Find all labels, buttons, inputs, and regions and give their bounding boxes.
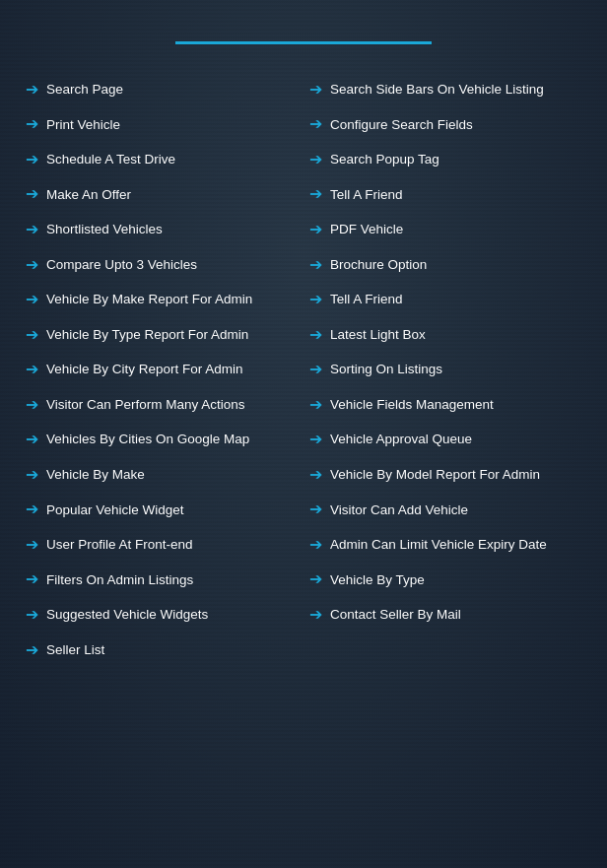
arrow-icon: ➔ xyxy=(26,571,38,587)
feature-text: Vehicles By Cities On Google Map xyxy=(46,431,249,448)
page-wrapper: ➔ Search Page ➔ Print Vehicle ➔ Schedule… xyxy=(0,0,607,697)
arrow-icon: ➔ xyxy=(26,501,38,517)
left-feature-item: ➔ Seller List xyxy=(20,633,304,668)
feature-text: Vehicle Fields Management xyxy=(330,396,494,414)
feature-text: User Profile At Front-end xyxy=(46,536,193,554)
arrow-icon: ➔ xyxy=(309,222,322,237)
right-feature-item: ➔ Tell A Friend xyxy=(304,177,587,213)
feature-text: Admin Can Limit Vehicle Expiry Date xyxy=(330,536,547,554)
arrow-icon: ➔ xyxy=(26,432,38,447)
left-feature-item: ➔ Print Vehicle xyxy=(20,107,304,143)
arrow-icon: ➔ xyxy=(26,116,38,132)
left-feature-item: ➔ Vehicle By City Report For Admin xyxy=(20,352,304,387)
arrow-icon: ➔ xyxy=(309,116,322,132)
title-underline xyxy=(175,41,432,44)
left-column: ➔ Search Page ➔ Print Vehicle ➔ Schedule… xyxy=(20,72,304,667)
right-feature-item: ➔ Visitor Can Add Vehicle xyxy=(304,493,587,528)
feature-text: Make An Offer xyxy=(46,186,131,204)
left-feature-item: ➔ Shortlisted Vehicles xyxy=(20,212,304,247)
right-feature-item: ➔ Vehicle Fields Management xyxy=(304,387,587,423)
left-feature-item: ➔ Make An Offer xyxy=(20,177,304,213)
right-feature-item: ➔ Contact Seller By Mail xyxy=(304,597,587,633)
arrow-icon: ➔ xyxy=(309,432,322,447)
feature-text: Popular Vehicle Widget xyxy=(46,501,184,519)
right-feature-item: ➔ Vehicle By Type xyxy=(304,563,587,598)
arrow-icon: ➔ xyxy=(26,607,38,623)
feature-text: Tell A Friend xyxy=(330,291,403,308)
arrow-icon: ➔ xyxy=(309,397,322,413)
feature-text: Vehicle By Type xyxy=(330,571,425,589)
feature-text: Visitor Can Add Vehicle xyxy=(330,501,468,519)
left-feature-item: ➔ Popular Vehicle Widget xyxy=(20,493,304,528)
left-feature-item: ➔ Vehicle By Type Report For Admin xyxy=(20,317,304,353)
arrow-icon: ➔ xyxy=(309,501,322,517)
left-feature-item: ➔ Schedule A Test Drive xyxy=(20,142,304,177)
left-feature-item: ➔ Visitor Can Perform Many Actions xyxy=(20,387,304,423)
arrow-icon: ➔ xyxy=(309,571,322,587)
arrow-icon: ➔ xyxy=(26,186,38,202)
right-feature-item: ➔ Vehicle Approval Queue xyxy=(304,422,587,457)
feature-text: Print Vehicle xyxy=(46,116,120,134)
right-feature-item: ➔ Vehicle By Model Report For Admin xyxy=(304,457,587,493)
arrow-icon: ➔ xyxy=(309,152,322,167)
feature-text: Brochure Option xyxy=(330,256,427,274)
feature-text: Shortlisted Vehicles xyxy=(46,221,163,238)
left-feature-item: ➔ Vehicle By Make xyxy=(20,457,304,493)
feature-text: Visitor Can Perform Many Actions xyxy=(46,396,245,414)
feature-text: Filters On Admin Listings xyxy=(46,571,193,589)
left-feature-item: ➔ Filters On Admin Listings xyxy=(20,563,304,598)
feature-text: Contact Seller By Mail xyxy=(330,606,461,624)
arrow-icon: ➔ xyxy=(309,186,322,202)
arrow-icon: ➔ xyxy=(26,222,38,237)
feature-text: Search Popup Tag xyxy=(330,151,439,168)
arrow-icon: ➔ xyxy=(309,607,322,623)
left-feature-item: ➔ Vehicle By Make Report For Admin xyxy=(20,282,304,317)
right-feature-item: ➔ Brochure Option xyxy=(304,247,587,283)
right-feature-item: ➔ Sorting On Listings xyxy=(304,352,587,387)
right-feature-item: ➔ Search Side Bars On Vehicle Listing xyxy=(304,72,587,107)
feature-text: Configure Search Fields xyxy=(330,116,473,134)
left-feature-item: ➔ Compare Upto 3 Vehicles xyxy=(20,247,304,283)
right-feature-item: ➔ Configure Search Fields xyxy=(304,107,587,143)
feature-text: Compare Upto 3 Vehicles xyxy=(46,256,197,274)
arrow-icon: ➔ xyxy=(26,327,38,343)
right-feature-item: ➔ PDF Vehicle xyxy=(304,212,587,247)
arrow-icon: ➔ xyxy=(309,362,322,377)
feature-text: Schedule A Test Drive xyxy=(46,151,175,168)
feature-text: Search Page xyxy=(46,81,123,99)
arrow-icon: ➔ xyxy=(309,82,322,98)
arrow-icon: ➔ xyxy=(309,327,322,343)
arrow-icon: ➔ xyxy=(26,362,38,377)
feature-text: Vehicle By Make xyxy=(46,466,145,484)
arrow-icon: ➔ xyxy=(309,467,322,483)
feature-text: Tell A Friend xyxy=(330,186,403,204)
arrow-icon: ➔ xyxy=(26,467,38,483)
arrow-icon: ➔ xyxy=(26,642,38,658)
arrow-icon: ➔ xyxy=(26,537,38,553)
left-feature-item: ➔ Search Page xyxy=(20,72,304,107)
arrow-icon: ➔ xyxy=(309,257,322,273)
right-feature-item: ➔ Latest Light Box xyxy=(304,317,587,353)
feature-text: Latest Light Box xyxy=(330,326,426,344)
feature-text: Vehicle By Type Report For Admin xyxy=(46,326,248,344)
features-grid: ➔ Search Page ➔ Print Vehicle ➔ Schedule… xyxy=(20,72,587,667)
feature-text: Search Side Bars On Vehicle Listing xyxy=(330,81,544,99)
feature-text: PDF Vehicle xyxy=(330,221,403,238)
arrow-icon: ➔ xyxy=(26,152,38,167)
feature-text: Seller List xyxy=(46,641,104,659)
feature-text: Sorting On Listings xyxy=(330,361,442,378)
arrow-icon: ➔ xyxy=(26,257,38,273)
arrow-icon: ➔ xyxy=(26,82,38,98)
arrow-icon: ➔ xyxy=(309,292,322,307)
feature-text: Vehicle Approval Queue xyxy=(330,431,472,448)
arrow-icon: ➔ xyxy=(26,397,38,413)
right-feature-item: ➔ Search Popup Tag xyxy=(304,142,587,177)
feature-text: Vehicle By City Report For Admin xyxy=(46,361,243,378)
left-feature-item: ➔ User Profile At Front-end xyxy=(20,527,304,563)
left-feature-item: ➔ Vehicles By Cities On Google Map xyxy=(20,422,304,457)
arrow-icon: ➔ xyxy=(26,292,38,307)
right-feature-item: ➔ Tell A Friend xyxy=(304,282,587,317)
right-feature-item: ➔ Admin Can Limit Vehicle Expiry Date xyxy=(304,527,587,563)
feature-text: Vehicle By Make Report For Admin xyxy=(46,291,252,308)
feature-text: Vehicle By Model Report For Admin xyxy=(330,466,540,484)
